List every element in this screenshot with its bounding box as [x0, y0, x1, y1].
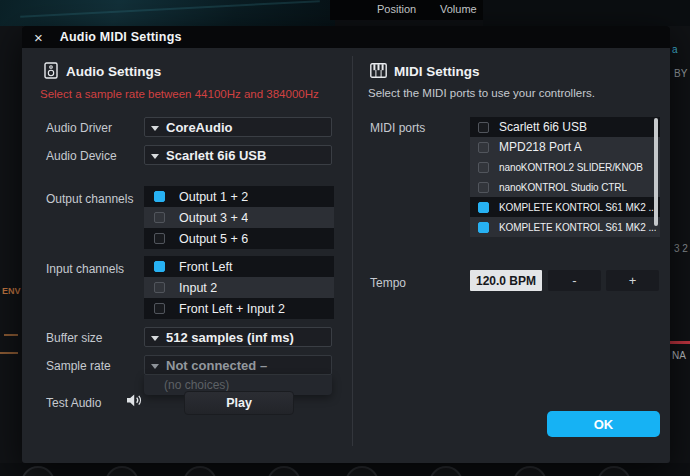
background-toolbar: Position Volume	[330, 0, 483, 20]
list-item-label: KOMPLETE KONTROL S61 MK2 ...	[499, 222, 656, 233]
checkbox[interactable]	[154, 233, 165, 244]
position-label: Position	[377, 3, 416, 15]
ok-button-label: OK	[594, 417, 614, 432]
checkbox[interactable]	[478, 222, 489, 233]
list-item[interactable]: nanoKONTROL2 SLIDER/KNOB	[470, 157, 660, 177]
edge-fragment: BY	[674, 68, 687, 79]
dialog-title: Audio MIDI Settings	[60, 30, 182, 44]
background-right-edge: a BY 3 2 NA	[668, 26, 690, 476]
checkbox[interactable]	[154, 303, 165, 314]
dialog-titlebar: × Audio MIDI Settings	[22, 26, 670, 48]
list-item-label: KOMPLETE KONTROL S61 MK2 ...	[499, 202, 656, 213]
output-channels-label: Output channels	[46, 192, 133, 206]
list-item[interactable]: MPD218 Port A	[470, 137, 660, 157]
list-item[interactable]: Front Left	[144, 256, 334, 277]
audio-driver-dropdown[interactable]: CoreAudio	[144, 117, 332, 137]
list-item[interactable]: Output 3 + 4	[144, 207, 334, 228]
edge-fragment: a	[672, 44, 678, 55]
checkbox[interactable]	[478, 142, 489, 153]
edge-fragment: 3 2	[674, 243, 688, 254]
checkbox[interactable]	[478, 162, 489, 173]
speaker-volume-icon	[126, 393, 143, 412]
input-channels-label: Input channels	[46, 262, 124, 276]
checkbox[interactable]	[154, 191, 165, 202]
list-item-label: Front Left + Input 2	[179, 302, 285, 316]
audio-device-value: Scarlett 6i6 USB	[166, 148, 266, 163]
list-item-label: Front Left	[179, 260, 233, 274]
output-channels-list: Output 1 + 2 Output 3 + 4 Output 5 + 6	[144, 186, 334, 249]
list-item[interactable]: Output 1 + 2	[144, 186, 334, 207]
chevron-down-icon	[151, 126, 159, 131]
midi-ports-list: Scarlett 6i6 USB MPD218 Port A nanoKONTR…	[470, 117, 660, 237]
buffer-size-dropdown[interactable]: 512 samples (inf ms)	[144, 327, 332, 347]
checkbox[interactable]	[478, 122, 489, 133]
list-item-label: Scarlett 6i6 USB	[499, 120, 587, 134]
chevron-down-icon	[151, 336, 159, 341]
input-channels-list: Front Left Input 2 Front Left + Input 2	[144, 256, 334, 319]
list-item-label: Output 3 + 4	[179, 211, 248, 225]
checkbox[interactable]	[154, 282, 165, 293]
list-item-label: Output 5 + 6	[179, 232, 248, 246]
sample-rate-warning: Select a sample rate between 44100Hz and…	[40, 88, 319, 100]
list-item[interactable]: Scarlett 6i6 USB	[470, 117, 660, 137]
play-button[interactable]: Play	[184, 391, 294, 415]
plus-icon: +	[629, 273, 637, 288]
list-item[interactable]: Output 5 + 6	[144, 228, 334, 249]
background-panel-top-right	[483, 0, 690, 26]
list-item-label: MPD218 Port A	[499, 140, 582, 154]
list-item[interactable]: nanoKONTROL Studio CTRL	[470, 177, 660, 197]
audio-settings-heading: Audio Settings	[66, 64, 161, 79]
midi-ports-scrollbar[interactable]	[654, 118, 658, 226]
checkbox[interactable]	[154, 212, 165, 223]
chevron-down-icon	[151, 364, 159, 369]
volume-label: Volume	[440, 3, 477, 15]
minus-icon: -	[572, 273, 576, 288]
speaker-cabinet-icon	[44, 62, 58, 83]
sample-rate-value: Not connected –	[166, 358, 267, 373]
list-item-label: nanoKONTROL2 SLIDER/KNOB	[499, 162, 643, 173]
chevron-down-icon	[151, 154, 159, 159]
checkbox[interactable]	[478, 202, 489, 213]
list-item[interactable]: KOMPLETE KONTROL S61 MK2 ...	[470, 197, 660, 217]
play-button-label: Play	[226, 396, 252, 410]
screen: Position Volume ENV a BY 3 2 NA × Audio …	[0, 0, 690, 476]
midi-keyboard-icon	[370, 63, 387, 82]
midi-settings-heading: MIDI Settings	[394, 64, 480, 79]
midi-settings-subtitle: Select the MIDI ports to use your contro…	[368, 87, 595, 99]
ok-button[interactable]: OK	[547, 411, 660, 437]
buffer-size-label: Buffer size	[46, 331, 102, 345]
list-item-label: nanoKONTROL Studio CTRL	[499, 182, 627, 193]
divider	[0, 352, 18, 354]
tempo-value: 120.0 BPM	[476, 274, 536, 288]
checkbox[interactable]	[478, 182, 489, 193]
list-item[interactable]: Input 2	[144, 277, 334, 298]
sample-rate-label: Sample rate	[46, 359, 111, 373]
tempo-decrement-button[interactable]: -	[548, 270, 601, 291]
close-icon[interactable]: ×	[34, 30, 43, 45]
column-divider	[352, 56, 353, 446]
background-left-edge: ENV	[0, 26, 22, 476]
tempo-value-field[interactable]: 120.0 BPM	[470, 270, 542, 291]
midi-ports-label: MIDI ports	[370, 121, 425, 135]
divider	[670, 341, 690, 344]
list-item[interactable]: Front Left + Input 2	[144, 298, 334, 319]
list-item-label: Output 1 + 2	[179, 190, 248, 204]
buffer-size-value: 512 samples (inf ms)	[166, 330, 294, 345]
audio-device-label: Audio Device	[46, 149, 117, 163]
edge-fragment: NA	[672, 350, 686, 361]
sample-rate-dropdown[interactable]: Not connected –	[144, 355, 332, 375]
audio-driver-label: Audio Driver	[46, 121, 112, 135]
list-item-label: Input 2	[179, 281, 217, 295]
background-bottom-edge	[0, 463, 690, 476]
audio-device-dropdown[interactable]: Scarlett 6i6 USB	[144, 145, 332, 165]
divider	[4, 334, 18, 336]
audio-midi-settings-dialog: × Audio MIDI Settings Audio Settings Sel…	[22, 26, 670, 463]
tempo-label: Tempo	[370, 276, 406, 290]
list-item[interactable]: KOMPLETE KONTROL S61 MK2 ...	[470, 217, 660, 237]
checkbox[interactable]	[154, 261, 165, 272]
test-audio-label: Test Audio	[46, 396, 101, 410]
background-wallpaper	[0, 0, 335, 26]
audio-driver-value: CoreAudio	[166, 120, 232, 135]
tempo-increment-button[interactable]: +	[606, 270, 659, 291]
env-module-label: ENV	[2, 286, 21, 296]
